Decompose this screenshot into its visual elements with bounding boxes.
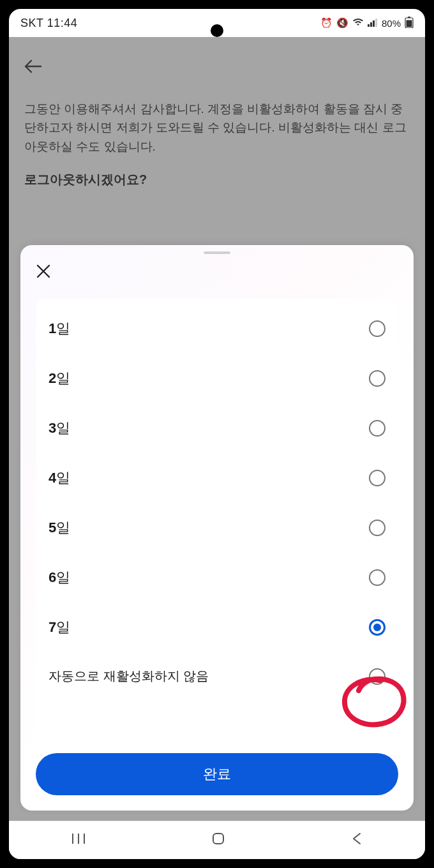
phone-side-button <box>429 319 434 402</box>
alarm-icon: ⏰ <box>320 17 333 29</box>
radio-icon <box>369 470 385 486</box>
recents-icon[interactable] <box>71 832 86 849</box>
back-icon[interactable] <box>351 831 363 850</box>
option-6day[interactable]: 6일 <box>49 553 385 602</box>
time-label: 11:44 <box>47 17 78 29</box>
option-no-reactivate[interactable]: 자동으로 재활성화하지 않음 <box>49 652 385 700</box>
option-1day[interactable]: 1일 <box>49 304 385 354</box>
options-list: 1일 2일 3일 4일 5일 <box>36 299 398 742</box>
option-label: 7일 <box>49 618 70 637</box>
done-button[interactable]: 완료 <box>36 753 398 795</box>
carrier-label: SKT <box>20 17 43 29</box>
signal-icon <box>368 18 378 29</box>
option-label: 5일 <box>49 518 70 537</box>
option-label: 3일 <box>49 419 70 438</box>
svg-rect-0 <box>368 24 370 27</box>
status-carrier-time: SKT 11:44 <box>20 17 77 30</box>
svg-rect-1 <box>370 22 372 27</box>
option-label: 6일 <box>49 568 70 587</box>
camera-hole <box>211 24 223 37</box>
sheet-drag-handle[interactable] <box>204 251 230 254</box>
svg-rect-3 <box>375 19 377 27</box>
option-label: 2일 <box>49 369 70 388</box>
phone-frame: SKT 11:44 ⏰ 🔇 80% 그동안 이용해주셔서 감사합니다. 계정을 … <box>5 5 429 863</box>
option-2day[interactable]: 2일 <box>49 354 385 403</box>
done-button-label: 완료 <box>203 766 231 782</box>
android-nav-bar <box>9 821 425 859</box>
option-4day[interactable]: 4일 <box>49 453 385 503</box>
option-label: 1일 <box>49 319 70 338</box>
close-icon[interactable] <box>36 263 56 283</box>
svg-rect-10 <box>213 834 223 844</box>
option-label: 4일 <box>49 468 70 488</box>
option-7day[interactable]: 7일 <box>49 602 385 652</box>
radio-icon <box>369 320 385 337</box>
option-label: 자동으로 재활성화하지 않음 <box>49 668 209 685</box>
option-5day[interactable]: 5일 <box>49 503 385 553</box>
svg-rect-2 <box>373 20 375 27</box>
mute-icon: 🔇 <box>336 17 348 29</box>
bottom-sheet: 1일 2일 3일 4일 5일 <box>20 245 414 811</box>
status-right: ⏰ 🔇 80% <box>320 17 414 30</box>
battery-text: 80% <box>382 18 401 29</box>
radio-icon <box>369 420 385 437</box>
radio-icon <box>369 520 385 536</box>
wifi-icon <box>352 18 364 29</box>
radio-icon-selected <box>369 619 385 636</box>
radio-icon <box>369 370 385 387</box>
radio-icon <box>369 569 385 586</box>
option-3day[interactable]: 3일 <box>49 403 385 453</box>
home-icon[interactable] <box>211 831 226 850</box>
battery-icon <box>405 17 414 30</box>
phone-side-button-small <box>429 140 434 166</box>
radio-icon <box>369 668 385 685</box>
sheet-card: 1일 2일 3일 4일 5일 <box>20 245 414 811</box>
svg-rect-6 <box>407 20 412 27</box>
